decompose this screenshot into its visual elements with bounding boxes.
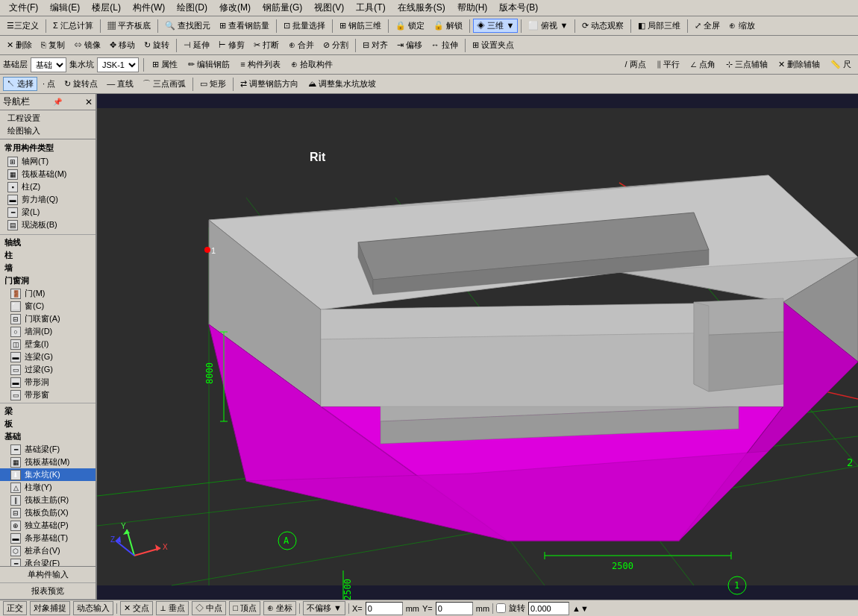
- sidebar-item-wall-hole[interactable]: ○墙洞(D): [0, 325, 95, 338]
- btn-dynamic-input[interactable]: 动态输入: [73, 601, 113, 615]
- sidebar-item-neg-rebar[interactable]: ⊟筏板负筋(X): [0, 506, 95, 519]
- btn-split[interactable]: ⊘ 分割: [319, 38, 352, 52]
- sidebar-item-shear-wall[interactable]: ▬剪力墙(Q): [3, 193, 93, 206]
- menu-online[interactable]: 在线服务(S): [392, 0, 451, 16]
- sidebar-item-strip-window[interactable]: ▭带形窗: [0, 389, 95, 401]
- sidebar-item-door-window[interactable]: ⊟门联窗(A): [0, 312, 95, 325]
- sidebar-item-grid[interactable]: ⊞轴网(T): [3, 155, 93, 168]
- sidebar-item-walls[interactable]: 墙: [0, 262, 95, 274]
- btn-three-point-axis[interactable]: ⊹ 三点辅轴: [722, 57, 771, 72]
- btn-midpoint[interactable]: ◇ 中点: [192, 601, 226, 615]
- sidebar-item-project-settings[interactable]: 工程设置: [3, 112, 93, 125]
- btn-define[interactable]: ☰ 三定义: [3, 19, 43, 33]
- btn-copy[interactable]: ⎘ 复制: [37, 38, 69, 52]
- sidebar-item-slabs[interactable]: 板: [0, 418, 95, 430]
- btn-local3d[interactable]: ◧ 局部三维: [634, 19, 684, 33]
- btn-break[interactable]: ✂ 打断: [250, 38, 283, 52]
- menu-tools[interactable]: 工具(T): [350, 0, 391, 16]
- sidebar-item-over-beam[interactable]: ▭过梁(G): [0, 363, 95, 376]
- sidebar-item-isolated[interactable]: ⊕独立基础(P): [0, 519, 95, 532]
- btn-rotate[interactable]: ↻ 旋转: [140, 38, 173, 52]
- input-x[interactable]: [366, 602, 403, 615]
- menu-file[interactable]: 文件(F): [3, 0, 44, 16]
- btn-object-snap[interactable]: 对象捕捉: [30, 601, 70, 615]
- sidebar-item-strip-found[interactable]: ▬条形基础(T): [0, 532, 95, 544]
- menu-rebar[interactable]: 钢筋量(G): [257, 0, 308, 16]
- sidebar-item-columns[interactable]: 柱: [0, 249, 95, 262]
- btn-three-point-arc[interactable]: ⌒ 三点画弧: [139, 77, 190, 91]
- checkbox-rotate[interactable]: [496, 603, 506, 613]
- btn-rect[interactable]: ▭ 矩形: [196, 77, 230, 91]
- sidebar-item-pile-cap[interactable]: ⬡桩承台(V): [0, 544, 95, 557]
- sidebar-item-sump[interactable]: ⬇集水坑(K): [0, 468, 95, 481]
- btn-stretch[interactable]: ↔ 拉伸: [428, 38, 462, 52]
- sidebar-item-column[interactable]: ▪柱(Z): [3, 180, 93, 193]
- btn-line[interactable]: — 直线: [103, 77, 137, 91]
- sidebar-item-raft-found[interactable]: ▦筏板基础(M): [0, 456, 95, 468]
- btn-lock[interactable]: 🔒 锁定: [392, 19, 428, 33]
- btn-ruler[interactable]: 📏 尺: [827, 57, 855, 72]
- btn-intersection[interactable]: ✕ 交点: [120, 601, 153, 615]
- sidebar-item-raft[interactable]: ▦筏板基础(M): [3, 168, 93, 180]
- sidebar-item-beams[interactable]: 梁: [0, 405, 95, 418]
- input-rotate[interactable]: [528, 602, 569, 615]
- btn-viewrebar[interactable]: ⊞ 查看钢筋量: [216, 19, 273, 33]
- btn-grip[interactable]: ⊞ 设置夹点: [469, 38, 518, 52]
- btn-element-list[interactable]: ≡ 构件列表: [237, 57, 284, 72]
- sidebar-item-cap-beam[interactable]: ━承台梁(F): [0, 557, 95, 566]
- sidebar-item-beam[interactable]: ━梁(L): [3, 206, 93, 219]
- sidebar-item-strip-hole[interactable]: ▬带形洞: [0, 376, 95, 389]
- sidebar-item-axis[interactable]: 轴线: [0, 236, 95, 249]
- btn-dynamic-view[interactable]: ⟳ 动态观察: [578, 19, 627, 33]
- btn-batch-select[interactable]: ⊡ 批量选择: [280, 19, 329, 33]
- btn-merge[interactable]: ⊕ 合并: [285, 38, 318, 52]
- element-id-select[interactable]: JSK-1: [97, 57, 139, 72]
- btn-unlock[interactable]: 🔓 解锁: [430, 19, 466, 33]
- btn-align[interactable]: ⊟ 对齐: [359, 38, 392, 52]
- btn-flatslab[interactable]: ▦ 平齐板底: [104, 19, 154, 33]
- menu-modify[interactable]: 修改(M): [213, 0, 257, 16]
- btn-vertex[interactable]: □ 顶点: [229, 601, 260, 615]
- btn-point-angle[interactable]: ∠ 点角: [686, 57, 719, 72]
- btn-rotate-point[interactable]: ↻ 旋转点: [60, 77, 101, 91]
- sidebar-item-door[interactable]: 🚪门(M): [0, 287, 95, 300]
- sidebar-item-foundation-beam[interactable]: ━基础梁(F): [0, 443, 95, 456]
- menu-help[interactable]: 帮助(H): [451, 0, 494, 16]
- btn-zoom[interactable]: ⊕ 缩放: [725, 19, 758, 33]
- btn-find[interactable]: 🔍 查找图元: [161, 19, 214, 33]
- btn-perpendicular[interactable]: ⊥ 垂点: [156, 601, 189, 615]
- btn-adjust-sump-slope[interactable]: ⛰ 调整集水坑放坡: [304, 77, 380, 91]
- btn-edit-rebar[interactable]: ✏ 编辑钢筋: [184, 57, 234, 72]
- btn-two-point[interactable]: / 两点: [621, 57, 650, 72]
- menu-floor[interactable]: 楼层(L): [86, 0, 127, 16]
- sidebar-pin[interactable]: 📌: [53, 98, 62, 106]
- sidebar-close[interactable]: ✕: [85, 97, 93, 107]
- sidebar-item-draw-input[interactable]: 绘图输入: [3, 125, 93, 137]
- btn-adjust-rebar-dir[interactable]: ⇄ 调整钢筋方向: [237, 77, 302, 91]
- btn-no-offset[interactable]: 不偏移 ▼: [303, 601, 345, 615]
- btn-mirror[interactable]: ⇔ 镜像: [70, 38, 104, 52]
- menu-element[interactable]: 构件(W): [127, 0, 171, 16]
- btn-offset[interactable]: ⇥ 偏移: [393, 38, 426, 52]
- layer-type-select[interactable]: 基础: [31, 57, 66, 72]
- btn-single-input[interactable]: 单构件输入: [0, 567, 95, 583]
- menu-view[interactable]: 视图(V): [308, 0, 350, 16]
- sidebar-item-window[interactable]: ⬜窗(C): [0, 300, 95, 312]
- menu-edit[interactable]: 编辑(E): [44, 0, 86, 16]
- btn-summary[interactable]: Σ 汇总计算: [49, 19, 97, 33]
- menu-draw[interactable]: 绘图(D): [171, 0, 213, 16]
- btn-trim[interactable]: ⊢ 修剪: [215, 38, 248, 52]
- sidebar-item-niche[interactable]: ◫壁龛(I): [0, 338, 95, 351]
- btn-rebar3d[interactable]: ⊞ 钢筋三维: [336, 19, 385, 33]
- btn-fullscreen[interactable]: ⤢ 全屏: [691, 19, 724, 33]
- sidebar-title-openings[interactable]: 门窗洞: [0, 274, 95, 287]
- sidebar-item-main-rebar[interactable]: ∥筏板主筋(R): [0, 494, 95, 506]
- btn-extend[interactable]: ⊣ 延伸: [180, 38, 213, 52]
- btn-topview[interactable]: ⬜ 俯视 ▼: [524, 19, 572, 33]
- btn-parallel[interactable]: ∥ 平行: [653, 57, 683, 72]
- sidebar-title-foundation[interactable]: 基础: [0, 430, 95, 443]
- btn-move[interactable]: ✥ 移动: [106, 38, 139, 52]
- btn-delete[interactable]: ✕ 删除: [3, 38, 36, 52]
- btn-properties[interactable]: ⊞ 属性: [148, 57, 181, 72]
- btn-3d[interactable]: ◈ 三维 ▼: [473, 19, 518, 33]
